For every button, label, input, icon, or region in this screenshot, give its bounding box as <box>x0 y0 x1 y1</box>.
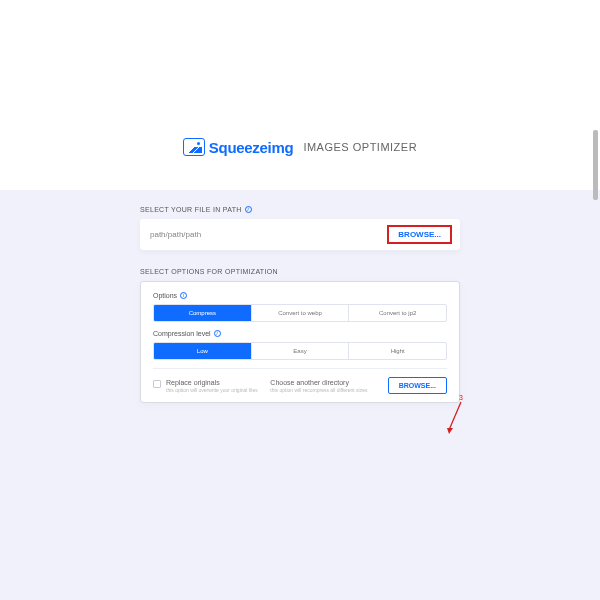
level-title: Compression level i <box>153 330 447 337</box>
image-icon <box>183 138 205 156</box>
options-title-text: Options <box>153 292 177 299</box>
option-compress[interactable]: Compress <box>154 305 252 321</box>
level-low[interactable]: Low <box>154 343 252 359</box>
bottom-row: Replace originals this option will overw… <box>153 368 447 394</box>
option-webp[interactable]: Convert to webp <box>252 305 350 321</box>
options-section-label: SELECT OPTIONS FOR OPTIMIZATION <box>140 268 460 275</box>
main-panel: SELECT YOUR FILE IN PATH i path/path/pat… <box>0 190 600 600</box>
path-input[interactable]: path/path/path <box>150 230 201 239</box>
header: Squeezeimg IMAGES OPTIMIZER <box>0 0 600 190</box>
brand-text: Squeezeimg <box>209 139 294 156</box>
replace-block: Replace originals this option will overw… <box>153 379 262 393</box>
info-icon[interactable]: i <box>245 206 252 213</box>
filepath-row: path/path/path BROWSE... <box>140 219 460 250</box>
choose-block: Choose another directory this option wil… <box>270 379 379 393</box>
options-segment: Compress Convert to webp Convert to jp2 <box>153 304 447 322</box>
scrollbar-thumb[interactable] <box>593 130 598 200</box>
info-icon[interactable]: i <box>180 292 187 299</box>
choose-sub: this option will recompress all differen… <box>270 387 379 393</box>
level-segment: Low Easy Hight <box>153 342 447 360</box>
brand-subtitle: IMAGES OPTIMIZER <box>303 141 417 153</box>
browse-output-button[interactable]: BROWSE... <box>388 377 447 394</box>
replace-title: Replace originals <box>166 379 258 386</box>
filepath-label-text: SELECT YOUR FILE IN PATH <box>140 206 242 213</box>
logo: Squeezeimg IMAGES OPTIMIZER <box>183 138 417 156</box>
svg-line-0 <box>449 402 461 430</box>
options-card: Options i Compress Convert to webp Conve… <box>140 281 460 403</box>
choose-title: Choose another directory <box>270 379 379 386</box>
info-icon[interactable]: i <box>214 330 221 337</box>
filepath-label: SELECT YOUR FILE IN PATH i <box>140 206 460 213</box>
options-title: Options i <box>153 292 447 299</box>
annotation-arrow-icon <box>446 400 466 440</box>
level-hight[interactable]: Hight <box>349 343 446 359</box>
level-title-text: Compression level <box>153 330 211 337</box>
option-jp2[interactable]: Convert to jp2 <box>349 305 446 321</box>
level-easy[interactable]: Easy <box>252 343 350 359</box>
browse-path-button[interactable]: BROWSE... <box>389 227 450 242</box>
svg-marker-1 <box>447 428 453 434</box>
replace-checkbox[interactable] <box>153 380 161 388</box>
replace-sub: this option will overwrite your original… <box>166 387 258 393</box>
